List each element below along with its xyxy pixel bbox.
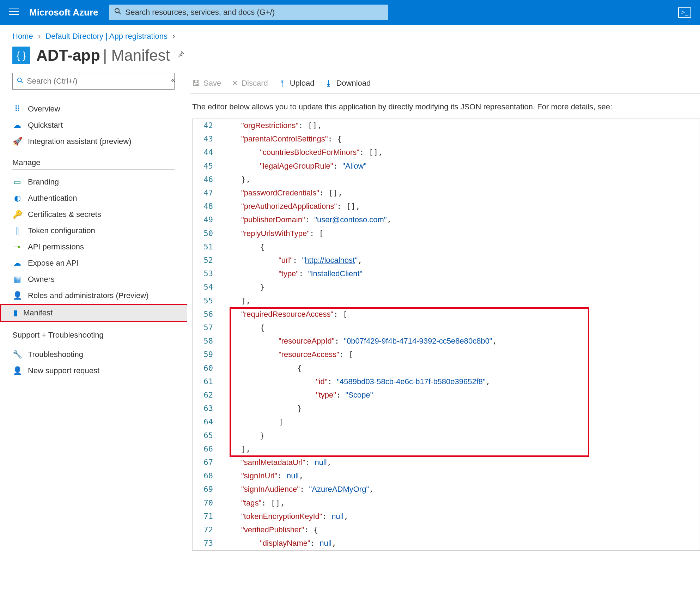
line-gutter: 42 43 44 45 46 47 48 49 50 51 52 53 54 5… <box>193 119 219 550</box>
sidebar-icon: ☁ <box>12 121 22 130</box>
sidebar-item[interactable]: 🔧Troubleshooting <box>12 346 175 363</box>
button-label: Download <box>336 79 371 88</box>
sidebar-item-label: Certificates & secrets <box>28 210 101 219</box>
chevron-right-icon: › <box>172 32 175 41</box>
sidebar-item-label: Authentication <box>28 194 77 203</box>
sidebar-item[interactable]: ∥Token configuration <box>12 223 175 239</box>
download-icon: ⭳ <box>325 79 333 88</box>
sidebar-item[interactable]: 👤New support request <box>12 363 175 379</box>
save-icon: 🖫 <box>192 79 200 88</box>
sidebar-item-label: Overview <box>28 104 60 114</box>
download-button[interactable]: ⭳ Download <box>325 79 371 88</box>
collapse-sidebar-icon[interactable]: « <box>171 75 175 85</box>
sidebar-icon: ◐ <box>12 194 22 203</box>
sidebar-icon: ☁ <box>12 259 22 268</box>
sidebar-item-label: Expose an API <box>28 259 79 268</box>
breadcrumb: Home › Default Directory | App registrat… <box>0 25 700 44</box>
sidebar-item[interactable]: ⠿Overview <box>12 101 175 117</box>
close-icon: ✕ <box>232 79 238 88</box>
button-label: Discard <box>242 79 268 88</box>
pin-icon[interactable] <box>176 50 185 61</box>
sidebar-icon: 👤 <box>12 366 22 375</box>
page-section: Manifest <box>111 47 170 64</box>
app-tile-icon: { } <box>12 47 30 64</box>
global-search[interactable] <box>109 5 388 20</box>
sidebar-icon: ▦ <box>12 275 22 284</box>
manifest-icon: ▮ <box>13 308 18 317</box>
upload-button[interactable]: ⭱ Upload <box>279 79 315 88</box>
sidebar-item[interactable]: ◐Authentication <box>12 190 175 206</box>
sidebar-item-manifest[interactable]: ▮ Manifest <box>0 304 187 322</box>
sidebar-search-input[interactable] <box>27 77 170 86</box>
breadcrumb-home[interactable]: Home <box>12 32 33 41</box>
sidebar-icon: 🔑 <box>12 210 22 219</box>
page-title: ADT-app | Manifest <box>36 47 170 64</box>
cloud-shell-icon[interactable]: >_ <box>678 7 691 18</box>
sidebar-item[interactable]: 🚀Integration assistant (preview) <box>12 133 175 150</box>
command-bar: 🖫 Save ✕ Discard ⭱ Upload ⭳ Download <box>190 73 700 94</box>
sidebar-icon: ⊸ <box>12 242 22 252</box>
discard-button[interactable]: ✕ Discard <box>232 79 268 88</box>
global-search-input[interactable] <box>126 8 383 17</box>
sidebar-icon: ∥ <box>12 226 22 235</box>
svg-point-0 <box>115 8 119 13</box>
sidebar-item[interactable]: 👤Roles and administrators (Preview) <box>12 288 175 304</box>
breadcrumb-dir[interactable]: Default Directory | App registrations <box>45 32 168 41</box>
sidebar-item-label: Branding <box>28 177 59 187</box>
sidebar-icon: 👤 <box>12 291 22 300</box>
upload-icon: ⭱ <box>279 79 286 88</box>
sidebar-item-label: Manifest <box>23 308 53 317</box>
sidebar-icon: ⠿ <box>12 104 22 114</box>
sidebar-item-label: Owners <box>28 275 55 284</box>
sidebar-item[interactable]: ▦Owners <box>12 271 175 288</box>
sidebar-item[interactable]: ☁Quickstart <box>12 117 175 133</box>
sidebar-item-label: Integration assistant (preview) <box>28 137 131 146</box>
sidebar-item-label: Troubleshooting <box>28 350 83 359</box>
json-editor[interactable]: 42 43 44 45 46 47 48 49 50 51 52 53 54 5… <box>192 119 700 551</box>
sidebar-item[interactable]: ▭Branding <box>12 174 175 190</box>
top-bar: Microsoft Azure >_ <box>0 0 700 25</box>
sidebar-item-label: Roles and administrators (Preview) <box>28 291 148 300</box>
sidebar-group-support: Support + Troubleshooting <box>12 331 175 342</box>
sidebar: « ⠿Overview☁Quickstart🚀Integration assis… <box>0 73 187 551</box>
highlight-box <box>230 307 589 457</box>
button-label: Save <box>203 79 221 88</box>
content-area: 🖫 Save ✕ Discard ⭱ Upload ⭳ Download The… <box>187 73 700 551</box>
button-label: Upload <box>290 79 315 88</box>
sidebar-item-label: New support request <box>28 366 99 375</box>
search-icon <box>17 77 23 86</box>
sidebar-item[interactable]: ☁Expose an API <box>12 255 175 271</box>
page-header: { } ADT-app | Manifest <box>0 44 700 73</box>
app-name: ADT-app <box>36 47 100 64</box>
sidebar-icon: 🚀 <box>12 137 22 146</box>
sidebar-item[interactable]: 🔑Certificates & secrets <box>12 206 175 223</box>
sidebar-item-label: Quickstart <box>28 121 63 130</box>
sidebar-icon: ▭ <box>12 177 22 187</box>
search-icon <box>114 8 121 17</box>
sidebar-icon: 🔧 <box>12 350 22 359</box>
editor-description: The editor below allows you to update th… <box>190 94 700 119</box>
sidebar-group-manage: Manage <box>12 158 175 170</box>
brand-label: Microsoft Azure <box>29 7 98 18</box>
svg-point-1 <box>18 78 22 82</box>
chevron-right-icon: › <box>38 32 41 41</box>
hamburger-icon[interactable] <box>9 7 19 17</box>
sidebar-item[interactable]: ⊸API permissions <box>12 239 175 255</box>
sidebar-search[interactable] <box>12 73 175 90</box>
save-button[interactable]: 🖫 Save <box>192 79 221 88</box>
sidebar-item-label: API permissions <box>28 242 84 252</box>
sidebar-item-label: Token configuration <box>28 226 95 235</box>
